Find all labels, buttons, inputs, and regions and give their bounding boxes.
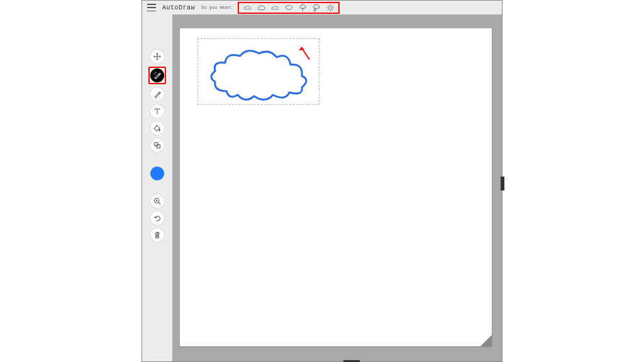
suggestion-tree-icon[interactable] [298,3,307,12]
suggestion-cloud-a-icon[interactable] [243,3,252,12]
shape-tool-icon[interactable] [150,138,164,152]
move-tool-icon[interactable] [150,50,164,63]
text-tool-icon[interactable] [150,104,164,118]
suggestion-thought-bubble-icon[interactable] [312,3,321,12]
svg-line-10 [333,9,333,10]
menu-icon[interactable] [147,4,156,11]
scrollbar-vertical[interactable] [501,177,504,190]
svg-line-12 [333,5,333,6]
canvas-resize-handle[interactable] [480,335,492,346]
draw-tool-icon[interactable] [150,87,164,101]
svg-point-13 [155,143,158,146]
svg-line-11 [328,9,328,10]
suggestion-bar [238,2,340,14]
suggestion-speech-bubble-icon[interactable] [284,3,293,12]
app-title: AutoDraw [162,4,195,11]
autodraw-tool-icon[interactable] [150,69,164,82]
suggest-label: Do you mean: [201,5,233,10]
svg-point-2 [314,9,316,10]
suggestion-cloud-b-icon[interactable] [257,3,265,12]
drawing-canvas[interactable] [180,28,492,346]
fill-tool-icon[interactable] [150,121,164,135]
delete-tool-icon[interactable] [150,228,164,242]
svg-point-3 [314,10,314,11]
svg-line-9 [328,5,328,6]
zoom-tool-icon[interactable] [150,194,164,208]
svg-point-4 [329,6,333,9]
svg-point-0 [286,5,292,9]
suggestion-cloud-c-icon[interactable] [270,3,279,12]
autodraw-tool-highlight [148,67,166,84]
app-window: AutoDraw Do you mean: [142,0,502,362]
undo-tool-icon[interactable] [150,211,164,225]
sidebar-tools [142,14,172,361]
color-swatch[interactable] [150,167,164,180]
topbar: AutoDraw Do you mean: [142,1,502,14]
suggestion-sun-outline-icon[interactable] [326,3,335,12]
svg-rect-14 [157,145,160,148]
svg-line-16 [158,202,160,204]
cloud-sketch[interactable] [208,47,314,104]
